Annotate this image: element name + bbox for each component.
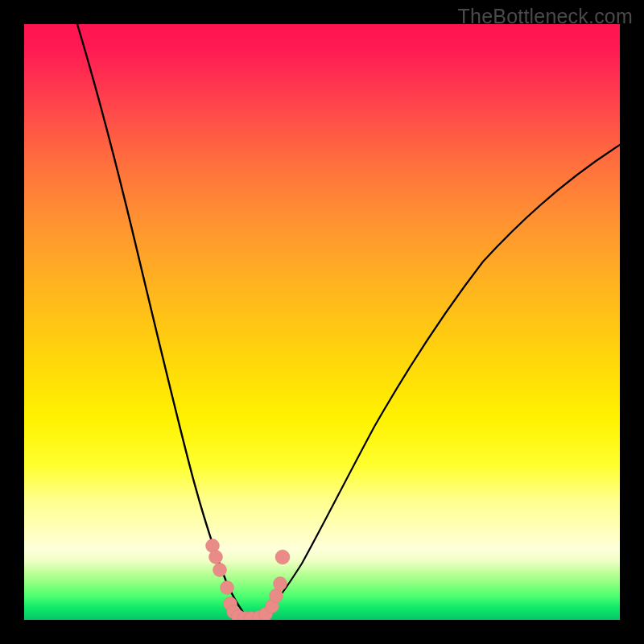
watermark-text: TheBottleneck.com xyxy=(458,5,633,28)
trough-marker xyxy=(270,589,283,603)
trough-marker xyxy=(209,551,223,564)
trough-marker-group xyxy=(206,539,291,621)
trough-marker xyxy=(213,564,227,577)
trough-marker xyxy=(275,550,290,564)
plot-area xyxy=(24,24,620,620)
trough-marker xyxy=(274,577,287,591)
chart-frame: TheBottleneck.com xyxy=(0,0,644,644)
curve-layer xyxy=(24,24,620,620)
curve-left-branch xyxy=(77,24,246,615)
curve-right-branch xyxy=(266,145,620,613)
trough-marker xyxy=(221,581,234,595)
